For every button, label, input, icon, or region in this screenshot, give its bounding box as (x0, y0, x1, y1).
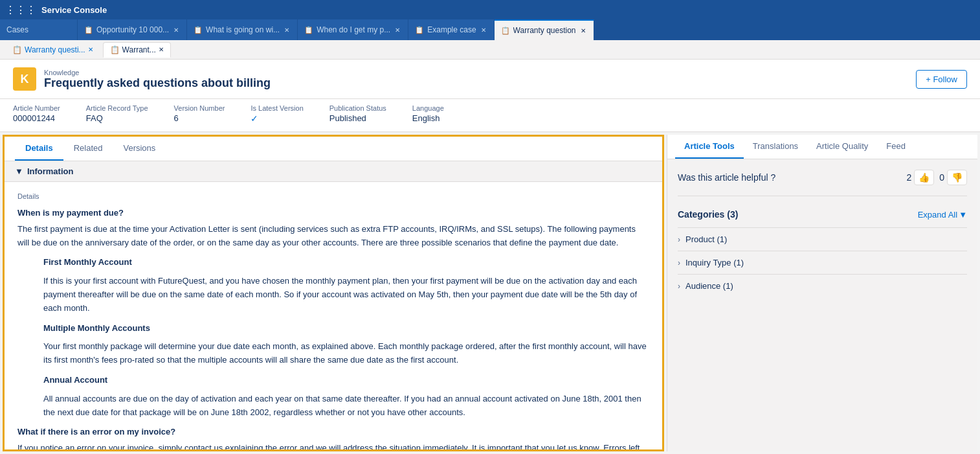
meta-record-type-label: Article Record Type (86, 104, 148, 112)
tab-warrantyquestion[interactable]: 📋 Warranty question ✕ (495, 19, 594, 40)
follow-button[interactable]: + Follow (916, 70, 967, 89)
tab-examplecase-close[interactable]: ✕ (480, 25, 487, 35)
main-tabs-bar: Cases 📋 Opportunity 10 000... ✕ 📋 What i… (0, 19, 980, 40)
tab-opportunity-icon: 📋 (84, 26, 93, 34)
article-tabs: Details Related Versions (5, 137, 662, 161)
meta-publication-status: Publication Status Published (329, 104, 386, 124)
meta-version-number-value: 6 (174, 113, 225, 123)
meta-record-type-value: FAQ (86, 113, 148, 123)
tab-article-tools[interactable]: Article Tools (675, 135, 744, 159)
thumbs-down-button[interactable]: 👎 (947, 170, 967, 185)
tab-versions[interactable]: Versions (113, 137, 166, 161)
grid-icon[interactable]: ⋮⋮⋮ (5, 4, 36, 16)
q1-body: The first payment is due at the time you… (17, 223, 649, 250)
knowledge-icon: K (13, 67, 36, 91)
left-panel: Details Related Versions ▼ Information D… (3, 135, 664, 451)
meta-article-number-value: 000001244 (13, 113, 60, 123)
article-header: K Knowledge Frequently asked questions a… (0, 60, 980, 99)
article-meta: Article Number 000001244 Article Record … (0, 99, 980, 132)
thumbs-down-group: 0 👎 (939, 170, 967, 185)
q1-s3-body: All annual accounts are due on the day o… (43, 392, 649, 420)
tab-whatsgoing[interactable]: 📋 What is going on wi... ✕ (187, 19, 298, 40)
meta-article-number-label: Article Number (13, 104, 60, 112)
tab-cases[interactable]: Cases (0, 19, 78, 40)
tab-feed[interactable]: Feed (877, 135, 915, 159)
helpful-label: Was this article helpful ? (678, 172, 775, 183)
tab-translations[interactable]: Translations (744, 135, 807, 159)
tab-details[interactable]: Details (15, 137, 63, 161)
details-label: Details (17, 192, 649, 200)
tools-panel: Was this article helpful ? 2 👍 0 👎 (667, 159, 977, 308)
meta-language-value: English (412, 113, 444, 123)
article-header-text: Knowledge Frequently asked questions abo… (44, 69, 271, 90)
q1-s2-body: Your first monthly package will determin… (43, 340, 649, 367)
thumbs-up-group: 2 👍 (906, 170, 934, 185)
tab-examplecase[interactable]: 📋 Example case ✕ (408, 19, 494, 40)
q2-body: If you notice an error on your invoice, … (17, 442, 649, 451)
app-title: Service Console (41, 5, 107, 15)
tab-warrantyquestion-close[interactable]: ✕ (579, 26, 587, 36)
tab-whatsgoing-close[interactable]: ✕ (283, 25, 291, 35)
article-title: Frequently asked questions about billing (44, 76, 271, 90)
category-inquirytype-label: Inquiry Type (1) (685, 258, 744, 267)
meta-article-number: Article Number 000001244 (13, 104, 60, 124)
article-category: Knowledge (44, 69, 271, 76)
category-product[interactable]: › Product (1) (678, 227, 967, 251)
thumbs-down-count: 0 (939, 172, 944, 183)
meta-publication-status-value: Published (329, 113, 386, 123)
top-nav-bar: ⋮⋮⋮ Service Console (0, 0, 980, 19)
meta-language-label: Language (412, 104, 444, 112)
tab-related[interactable]: Related (63, 137, 113, 161)
sub-tab-warrant-close[interactable]: ✕ (159, 46, 164, 53)
tab-whendo[interactable]: 📋 When do I get my p... ✕ (298, 19, 408, 40)
content-body: Details Related Versions ▼ Information D… (0, 132, 980, 454)
sub-tab-warrantquesti-close[interactable]: ✕ (88, 46, 93, 53)
sub-tabs-bar: 📋 Warranty questi... ✕ 📋 Warrant... ✕ (0, 40, 980, 60)
category-inquirytype-chevron-icon: › (678, 258, 680, 267)
category-audience[interactable]: › Audience (1) (678, 274, 967, 297)
tab-whatsgoing-icon: 📋 (194, 26, 203, 34)
article-header-left: K Knowledge Frequently asked questions a… (13, 67, 271, 91)
right-tabs: Article Tools Translations Article Quali… (667, 135, 977, 159)
section-label: Information (27, 166, 74, 176)
expand-all-chevron-icon: ▼ (959, 210, 967, 220)
categories-section: Categories (3) Expand All ▼ › Product (1… (678, 209, 967, 297)
categories-header: Categories (3) Expand All ▼ (678, 209, 967, 220)
q1-heading: When is my payment due? (17, 207, 649, 220)
thumbs-up-button[interactable]: 👍 (914, 170, 934, 185)
article-body: Details When is my payment due? The firs… (5, 182, 662, 451)
q1-s3-title: Annual Account (43, 374, 649, 387)
main-content: K Knowledge Frequently asked questions a… (0, 60, 980, 454)
section-information[interactable]: ▼ Information (5, 161, 662, 182)
category-inquirytype[interactable]: › Inquiry Type (1) (678, 251, 967, 274)
meta-is-latest-value: ✓ (251, 113, 303, 124)
expand-all-button[interactable]: Expand All ▼ (918, 210, 967, 220)
tab-article-quality[interactable]: Article Quality (807, 135, 877, 159)
q1-s1-body: If this is your first account with Futur… (43, 275, 649, 315)
right-panel: Article Tools Translations Article Quali… (667, 135, 977, 451)
sub-tab-warrantquesti[interactable]: 📋 Warranty questi... ✕ (5, 42, 100, 58)
sub-tab-warrantquesti-icon: 📋 (12, 45, 22, 54)
categories-title: Categories (3) (678, 209, 738, 220)
meta-publication-status-label: Publication Status (329, 104, 386, 112)
category-product-chevron-icon: › (678, 235, 680, 244)
meta-language: Language English (412, 104, 444, 124)
meta-version-number: Version Number 6 (174, 104, 225, 124)
tab-whendo-close[interactable]: ✕ (394, 25, 401, 35)
q2-heading: What if there is an error on my invoice? (17, 426, 649, 439)
tab-opportunity[interactable]: 📋 Opportunity 10 000... ✕ (78, 19, 187, 40)
tab-examplecase-icon: 📋 (415, 26, 424, 34)
tab-warrantyquestion-icon: 📋 (501, 27, 510, 35)
sub-tab-warrant[interactable]: 📋 Warrant... ✕ (103, 42, 171, 58)
category-audience-chevron-icon: › (678, 282, 680, 291)
category-product-label: Product (1) (685, 234, 727, 244)
q1-s2-title: Multiple Monthly Accounts (43, 322, 649, 335)
meta-is-latest-label: Is Latest Version (251, 104, 303, 112)
thumbs-up-count: 2 (906, 172, 911, 183)
meta-is-latest: Is Latest Version ✓ (251, 104, 303, 124)
helpful-votes: 2 👍 0 👎 (906, 170, 967, 185)
q1-s1-title: First Monthly Account (43, 256, 649, 269)
meta-record-type: Article Record Type FAQ (86, 104, 148, 124)
helpful-section: Was this article helpful ? 2 👍 0 👎 (678, 170, 967, 196)
tab-opportunity-close[interactable]: ✕ (172, 25, 180, 35)
